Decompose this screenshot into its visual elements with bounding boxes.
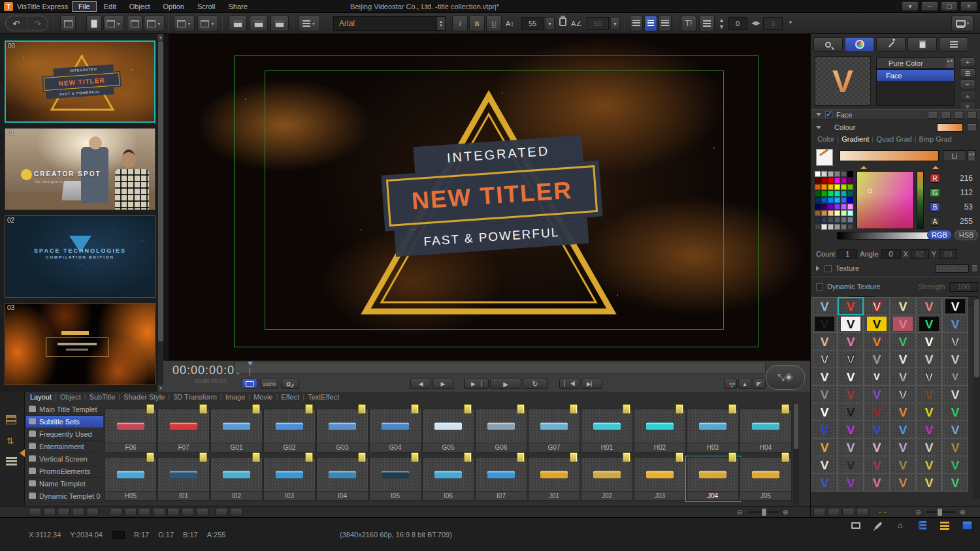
alpha-view-button[interactable]: ▲ <box>738 379 751 389</box>
style-swatch-r9c2[interactable]: V <box>838 438 864 456</box>
palette-swatch[interactable] <box>821 224 827 230</box>
gradient-stop-right[interactable] <box>932 163 939 169</box>
bb-tool-4[interactable] <box>72 508 84 516</box>
template-G01[interactable]: G01 <box>210 409 263 452</box>
style-swatch-r6c1[interactable]: V <box>811 385 838 403</box>
template-H02[interactable]: H02 <box>634 409 687 452</box>
palette-swatch[interactable] <box>847 210 853 216</box>
bb-tool-1[interactable] <box>29 508 41 516</box>
style-swatch-r3c3[interactable]: V <box>864 332 890 351</box>
style-swatch-r10c5[interactable]: V <box>916 456 942 474</box>
palette-swatch[interactable] <box>834 217 840 223</box>
picker-cursor[interactable] <box>868 189 872 193</box>
style-swatch-r5c4[interactable]: V <box>890 368 916 386</box>
scrollbar-thumb[interactable] <box>794 403 798 449</box>
template-I06[interactable]: I06 <box>422 457 475 501</box>
style-swatch-r9c4[interactable]: V <box>890 438 916 456</box>
red-value[interactable]: 216 <box>960 174 973 183</box>
export-button[interactable]: ▼ <box>197 16 218 31</box>
palette-swatch[interactable] <box>847 217 853 223</box>
palette-swatch[interactable] <box>828 204 834 210</box>
palette-swatch[interactable] <box>834 204 840 210</box>
dynamic-texture-checkbox[interactable] <box>816 283 823 291</box>
style-swatch-r11c1[interactable]: V <box>811 473 838 492</box>
font-family-select[interactable]: Arial ▲▼ <box>333 16 446 31</box>
palette-swatch[interactable] <box>828 210 834 216</box>
palette-swatch[interactable] <box>828 224 834 230</box>
bb-tool-10[interactable] <box>167 508 180 516</box>
play-from-cursor-button[interactable]: ▶⎹ <box>464 379 489 389</box>
template-H03[interactable]: H03 <box>687 409 740 452</box>
preview-canvas[interactable]: INTEGRATED NEW TITLER FAST & POWERFUL <box>163 34 810 360</box>
collapse-button[interactable]: ▾ <box>902 1 919 11</box>
style-swatch-r1c4[interactable]: V <box>890 297 916 315</box>
collapse-panel-arrow[interactable] <box>16 449 25 457</box>
panel-tab-shader-style[interactable]: Shader Style <box>122 393 166 401</box>
sort-arrows-icon[interactable]: ⇅ <box>7 436 14 446</box>
style-swatch-r10c1[interactable]: V <box>811 456 838 474</box>
template-grid-scrollbar[interactable] <box>793 402 799 505</box>
face-enabled-checkbox[interactable] <box>825 111 832 118</box>
colour-tab-color[interactable]: Color <box>817 135 834 143</box>
texture-options-button[interactable] <box>972 264 978 272</box>
template-G03[interactable]: G03 <box>316 409 369 452</box>
style-swatch-r8c6[interactable]: V <box>942 420 968 439</box>
panel-tab-effect[interactable]: Effect <box>280 393 301 401</box>
style-swatch-r9c6[interactable]: V <box>942 438 968 456</box>
more-options-dropdown[interactable]: ▼ <box>788 20 793 35</box>
scrollbar-thumb[interactable] <box>158 41 163 341</box>
loop-button[interactable]: ↻ <box>523 379 547 389</box>
font-spinner[interactable]: ▲▼ <box>436 17 445 30</box>
template-I04[interactable]: I04 <box>316 457 369 501</box>
texture-checkbox[interactable] <box>825 265 832 272</box>
zoom-out-icon[interactable]: ⊖ <box>915 509 921 516</box>
bb-tool-3[interactable] <box>57 508 70 516</box>
template-F06[interactable]: F06 <box>105 409 157 452</box>
palette-swatch[interactable] <box>828 171 834 177</box>
zoom-fit-button[interactable]: ± <box>281 379 299 389</box>
style-swatch-r2c5[interactable]: V <box>916 315 942 333</box>
style-swatch-r6c5[interactable]: V <box>916 385 942 403</box>
tab-color[interactable] <box>845 37 874 52</box>
palette-swatch[interactable] <box>828 197 834 203</box>
palette-swatch[interactable] <box>828 217 834 223</box>
panel-tab-image[interactable]: Image <box>224 393 247 401</box>
safe-area-toggle[interactable] <box>242 379 257 389</box>
next-frame-button[interactable]: ▶⎸ <box>581 379 602 389</box>
style-tool-4[interactable] <box>857 508 869 516</box>
panel-tab-layout[interactable]: Layout <box>29 393 53 401</box>
template-I05[interactable]: I05 <box>369 457 422 501</box>
style-tool-1[interactable] <box>813 508 826 516</box>
palette-swatch[interactable] <box>821 178 827 183</box>
hue-slider[interactable] <box>917 171 924 229</box>
render-clip-button-3[interactable] <box>270 16 289 31</box>
grid-zoom-out-icon[interactable]: ⊖ <box>737 509 742 516</box>
menu-file[interactable]: File <box>72 1 97 12</box>
paragraph-button[interactable] <box>699 16 715 31</box>
style-swatch-r4c3[interactable]: V <box>864 350 890 368</box>
palette-swatch[interactable] <box>834 197 840 203</box>
palette-swatch[interactable] <box>834 178 840 183</box>
palette-swatch[interactable] <box>847 204 853 210</box>
palette-swatch[interactable] <box>841 210 847 216</box>
panel-tab-object[interactable]: Object <box>59 393 82 401</box>
style-swatch-r4c1[interactable]: V <box>811 350 838 368</box>
bb-tool-13[interactable] <box>216 508 228 516</box>
palette-swatch[interactable] <box>815 191 821 197</box>
palette-swatch[interactable] <box>847 191 853 197</box>
bb-tool-8[interactable] <box>139 508 151 516</box>
bold-button[interactable]: B <box>469 16 485 31</box>
duplicate-layer-button[interactable]: ⊞ <box>960 69 975 78</box>
style-swatch-r4c5[interactable]: V <box>916 350 942 368</box>
font-size-dropdown[interactable]: ▼ <box>545 17 555 30</box>
menu-edit[interactable]: Edit <box>98 2 122 11</box>
template-I03[interactable]: I03 <box>263 457 316 501</box>
panel-tab-3d-transform[interactable]: 3D Transform <box>172 393 218 401</box>
play-button[interactable]: ▶ <box>490 379 521 389</box>
style-swatch-r8c1[interactable]: V <box>811 420 838 439</box>
bb-tool-5[interactable] <box>86 508 99 516</box>
collapse-arrow-icon[interactable] <box>816 113 821 119</box>
style-swatch-r1c2[interactable]: V <box>838 297 864 315</box>
category-entertainment[interactable]: Entertainment <box>26 441 103 453</box>
palette-swatch[interactable] <box>847 224 853 230</box>
